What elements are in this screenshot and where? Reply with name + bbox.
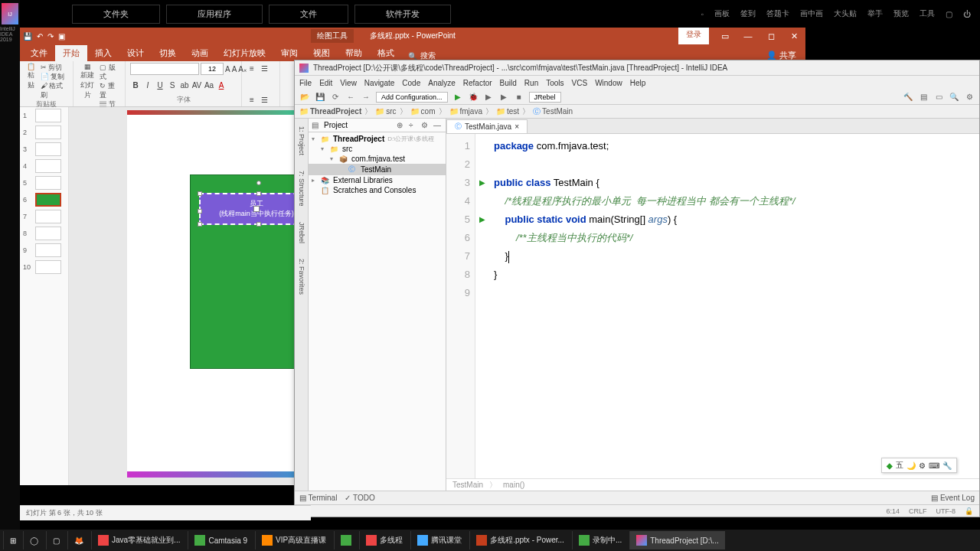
shadow-icon[interactable]: ab: [179, 80, 190, 90]
build-icon[interactable]: 🔨: [903, 92, 913, 103]
bold-icon[interactable]: B: [130, 80, 141, 90]
taskbar-app[interactable]: 多线程: [359, 531, 409, 549]
top-action[interactable]: 大头贴: [834, 8, 857, 19]
spacing-icon[interactable]: AV: [191, 80, 202, 90]
ime-mode-icon[interactable]: 🌙: [906, 461, 916, 470]
profile-icon[interactable]: ▶: [498, 92, 509, 103]
taskbar-app[interactable]: Camtasia 9: [188, 531, 253, 549]
code-editor[interactable]: 123456789 ▶ ▶ package com.fmjava.test; p…: [446, 134, 979, 478]
tree-root[interactable]: ▾📁ThreadProject D:\公开课\多线程: [309, 134, 446, 144]
menu-edit[interactable]: Edit: [319, 79, 332, 87]
ribbon-tab-design[interactable]: 设计: [119, 45, 152, 61]
debug-icon[interactable]: 🐞: [468, 92, 479, 103]
top-action[interactable]: 签到: [740, 8, 756, 19]
crumb[interactable]: 📁src: [375, 107, 396, 116]
menu-run[interactable]: Run: [524, 79, 538, 87]
ribbon-tab-format[interactable]: 格式: [370, 45, 402, 61]
ribbon-tab-file[interactable]: 文件: [23, 45, 55, 61]
encoding[interactable]: UTF-8: [936, 507, 956, 515]
crumb[interactable]: main(): [503, 481, 524, 489]
ribbon-tab-home[interactable]: 开始: [55, 45, 87, 61]
tree-src[interactable]: ▾📁src: [309, 144, 446, 154]
back-icon[interactable]: ←: [345, 92, 356, 103]
top-action[interactable]: ▢: [946, 10, 952, 18]
font-size-combo[interactable]: [201, 63, 224, 75]
ribbon-tab-transitions[interactable]: 切换: [152, 45, 184, 61]
cut-button[interactable]: ✂ 剪切: [41, 63, 68, 72]
menu-view[interactable]: View: [340, 79, 357, 87]
ribbon-tab-review[interactable]: 审阅: [273, 45, 305, 61]
decrease-font-icon[interactable]: A: [232, 64, 237, 74]
redo-icon[interactable]: ↷: [47, 32, 54, 41]
ime-settings-icon[interactable]: ⚙: [919, 461, 926, 470]
code-content[interactable]: package com.fmjava.test; public class Te…: [475, 134, 795, 478]
thumbnail[interactable]: 1: [20, 107, 68, 124]
top-tab[interactable]: 文件: [269, 5, 348, 24]
underline-icon[interactable]: U: [155, 80, 165, 90]
lock-icon[interactable]: 🔓: [965, 507, 973, 515]
collapse-icon[interactable]: ÷: [409, 121, 418, 129]
thumbnail[interactable]: 4: [20, 158, 68, 174]
menu-navigate[interactable]: Navigate: [364, 79, 394, 87]
top-action[interactable]: ◦: [701, 10, 704, 18]
rotate-handle-icon[interactable]: [256, 181, 261, 185]
font-color-icon[interactable]: A: [216, 80, 227, 90]
cortana-icon[interactable]: ◯: [23, 531, 44, 549]
tree-scratches[interactable]: 📋Scratches and Consoles: [309, 185, 446, 195]
jrebel-combo[interactable]: JRebel: [529, 92, 561, 103]
top-tab[interactable]: 软件开发: [354, 5, 451, 24]
power-icon[interactable]: ⏻: [963, 10, 971, 18]
strike-icon[interactable]: S: [167, 80, 178, 90]
paste-button[interactable]: 📋粘贴: [24, 63, 38, 99]
bullets-icon[interactable]: ≡: [247, 63, 257, 73]
thumbnail[interactable]: 7: [20, 208, 68, 225]
menu-analyze[interactable]: Analyze: [428, 79, 456, 87]
editor-tab-active[interactable]: ⒸTestMain.java ×: [446, 119, 528, 133]
menu-code[interactable]: Code: [402, 79, 420, 87]
slide-thumbnails[interactable]: 1 2 3 4 5 6 7 8 9 10: [20, 107, 69, 485]
slide-canvas[interactable]: 员工 (线程main当中执行任务): [69, 107, 314, 485]
menu-refactor[interactable]: Refactor: [463, 79, 492, 87]
stop-icon[interactable]: ■: [514, 92, 524, 103]
font-family-combo[interactable]: [130, 63, 199, 75]
align-right-icon[interactable]: ☰: [259, 94, 270, 105]
taskbar-app[interactable]: [334, 531, 358, 549]
layout-button[interactable]: ▢ 版式: [100, 63, 120, 81]
taskview-icon[interactable]: ▢: [46, 531, 66, 549]
thumbnail[interactable]: 10: [20, 259, 68, 276]
ribbon-tab-insert[interactable]: 插入: [87, 45, 119, 61]
project-tree[interactable]: ▾📁ThreadProject D:\公开课\多线程 ▾📁src ▾📦com.f…: [309, 132, 446, 197]
copy-button[interactable]: 📄 复制: [41, 72, 68, 81]
maximize-icon[interactable]: ◻: [760, 28, 782, 44]
highlight-icon[interactable]: Aa: [204, 80, 214, 90]
tool-tab-structure[interactable]: 7: Structure: [298, 171, 305, 207]
menu-vcs[interactable]: VCS: [572, 79, 588, 87]
ribbon-tab-slideshow[interactable]: 幻灯片放映: [216, 45, 273, 61]
structure-icon[interactable]: ▤: [918, 92, 929, 103]
start-button[interactable]: ⊞: [3, 531, 21, 549]
menu-tools[interactable]: Tools: [546, 79, 564, 87]
taskbar-app[interactable]: 多线程.pptx - Power...: [469, 531, 570, 549]
italic-icon[interactable]: I: [142, 80, 153, 90]
taskbar-app[interactable]: VIP高级直播课: [255, 531, 332, 549]
crumb[interactable]: ⒸTestMain: [533, 106, 573, 117]
top-action[interactable]: 举手: [867, 8, 883, 19]
tree-class-selected[interactable]: ⒸTestMain: [309, 164, 446, 175]
thumbnail[interactable]: 9: [20, 242, 68, 259]
add-configuration-combo[interactable]: Add Configuration...: [376, 92, 448, 103]
taskbar-app[interactable]: 录制中...: [572, 531, 628, 549]
top-action[interactable]: 工具: [920, 8, 935, 19]
idea-left-tool-tabs[interactable]: 1: Project 7: Structure JRebel 2: Favori…: [295, 119, 309, 491]
taskbar-app[interactable]: Java零基础就业到...: [91, 531, 186, 549]
taskbar-app[interactable]: 腾讯课堂: [410, 531, 468, 549]
ribbon-tab-help[interactable]: 帮助: [338, 45, 370, 61]
coverage-icon[interactable]: ▶: [483, 92, 494, 103]
forward-icon[interactable]: →: [361, 92, 371, 103]
search-icon[interactable]: 🔍: [949, 92, 959, 103]
tool-tab-project[interactable]: 1: Project: [298, 126, 305, 155]
ime-indicator[interactable]: ◆ 五 🌙 ⚙ ⌨ 🔧: [881, 458, 957, 473]
thumbnail-selected[interactable]: 6: [20, 191, 68, 208]
expand-icon[interactable]: ⊕: [397, 121, 406, 129]
tree-package[interactable]: ▾📦com.fmjava.test: [309, 154, 446, 164]
gear-icon[interactable]: ⚙: [421, 121, 430, 129]
